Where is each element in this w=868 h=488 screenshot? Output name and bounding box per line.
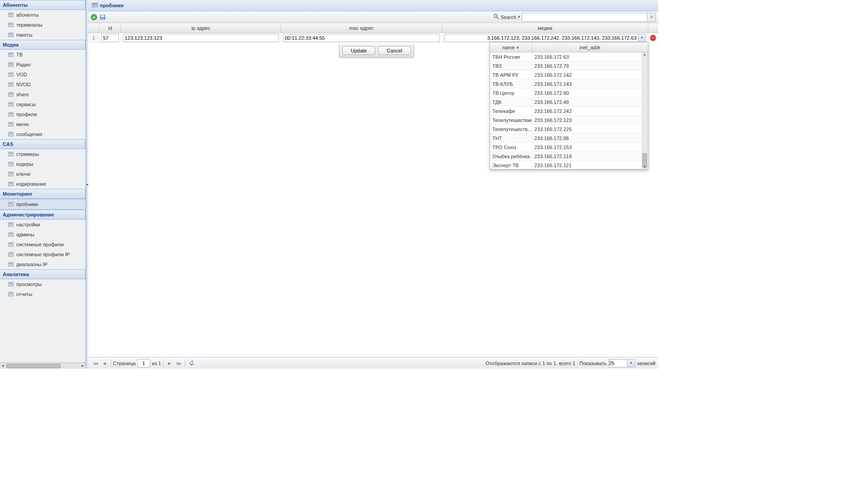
sidebar-item-label: пробники xyxy=(16,202,38,207)
sidebar-item[interactable]: профили xyxy=(0,109,85,119)
column-header-id[interactable]: id xyxy=(99,23,121,33)
dropdown-row[interactable]: Телекафе233.166.172.242 xyxy=(490,107,648,116)
section-header[interactable]: Абоненты xyxy=(0,0,85,10)
svg-rect-8 xyxy=(9,63,14,67)
dropdown-header-addr[interactable]: inet_addr xyxy=(532,42,648,52)
dropdown-row[interactable]: ТДК233.166.172.49 xyxy=(490,98,648,107)
svg-rect-44 xyxy=(9,282,14,286)
sidebar-horizontal-scrollbar[interactable]: ◄ ► xyxy=(0,362,85,369)
views-icon xyxy=(7,281,14,288)
dropdown-row[interactable]: Телепутешеств...233.166.172.225 xyxy=(490,125,648,134)
page-input[interactable] xyxy=(137,359,150,367)
display-message: Отображаются записи с 1 по 1, всего 1 xyxy=(486,361,576,366)
sidebar-item[interactable]: сообщения xyxy=(0,129,85,139)
dropdown-row[interactable]: ТВ Центр233.166.172.80 xyxy=(490,89,648,98)
column-header-ip[interactable]: ip адрес xyxy=(121,23,281,33)
sidebar-item[interactable]: меню xyxy=(0,119,85,129)
ip-input[interactable] xyxy=(123,34,279,42)
prev-page-button[interactable]: ◄ xyxy=(101,360,108,367)
media-combo-trigger[interactable]: ▼ xyxy=(638,34,646,42)
first-page-button[interactable]: ⏮ xyxy=(92,360,99,367)
sidebar-item[interactable]: кодеры xyxy=(0,159,85,169)
last-page-button[interactable]: ⏭ xyxy=(175,360,182,367)
svg-rect-49 xyxy=(93,4,97,5)
sidebar-item[interactable]: пакеты xyxy=(0,30,85,40)
dropdown-scrollbar[interactable]: ▲ ▼ xyxy=(642,52,648,169)
search-input[interactable] xyxy=(522,13,647,22)
sidebar-item[interactable]: Радио xyxy=(0,60,85,70)
search-button[interactable]: Search ▼ xyxy=(493,14,521,21)
dropdown-cell-name: ТДК xyxy=(490,98,532,106)
terminal-icon xyxy=(7,21,14,28)
clear-search-button[interactable]: ✕ xyxy=(647,13,656,22)
mac-input[interactable] xyxy=(283,34,440,42)
sidebar-item[interactable]: абоненты xyxy=(0,10,85,20)
sidebar-item[interactable]: ключи xyxy=(0,169,85,179)
section-header[interactable]: Медиа xyxy=(0,40,85,50)
dropdown-row[interactable]: Телепутешествия233.166.172.123 xyxy=(490,116,648,125)
dropdown-row[interactable]: ТРО Союз233.166.172.153 xyxy=(490,143,648,152)
sysprofile-icon xyxy=(7,241,14,248)
column-header-media[interactable]: медиа xyxy=(442,23,648,33)
delete-row-button[interactable]: – xyxy=(650,35,656,41)
sidebar-item-label: терминалы xyxy=(16,22,42,28)
sidebar-item[interactable]: админы xyxy=(0,230,85,239)
sidebar-item[interactable]: ТВ xyxy=(0,50,85,60)
wrench-icon xyxy=(7,221,14,228)
media-combo-input[interactable] xyxy=(444,34,638,42)
cancel-button[interactable]: Cancel xyxy=(378,46,410,55)
sidebar-item[interactable]: стримеры xyxy=(0,149,85,159)
sidebar-item[interactable]: кодирование xyxy=(0,179,85,189)
column-header-rownum[interactable] xyxy=(88,23,99,33)
svg-line-54 xyxy=(497,17,499,19)
dropdown-cell-name: ТРО Союз xyxy=(490,143,532,151)
page-size-input[interactable] xyxy=(609,359,627,367)
sidebar-item[interactable]: просмотры xyxy=(0,279,85,289)
svg-rect-35 xyxy=(9,223,13,224)
refresh-button[interactable] xyxy=(188,360,195,367)
dropdown-row[interactable]: ТВ-КЛУБ233.166.172.143 xyxy=(490,80,648,89)
svg-rect-0 xyxy=(9,13,14,17)
sidebar-item[interactable]: диапазоны IP xyxy=(0,259,85,269)
id-input[interactable] xyxy=(101,34,119,42)
sidebar-item[interactable]: share xyxy=(0,89,85,99)
sidebar-item[interactable]: системные профили IP xyxy=(0,249,85,259)
sidebar-item[interactable]: терминалы xyxy=(0,20,85,30)
sidebar-item[interactable]: системные профили xyxy=(0,239,85,249)
dropdown-row[interactable]: ТБН Россия233.166.172.63 xyxy=(490,52,648,61)
dropdown-row[interactable]: Улыбка ребёнка233.166.172.119 xyxy=(490,152,648,161)
svg-rect-7 xyxy=(9,53,13,54)
section-header[interactable]: Администрирование xyxy=(0,210,85,220)
next-page-button[interactable]: ► xyxy=(166,360,173,367)
svg-rect-46 xyxy=(9,292,14,296)
sidebar-item[interactable]: настройки xyxy=(0,220,85,230)
grid-body: 1 ▼ – xyxy=(88,33,658,357)
add-button[interactable]: + xyxy=(91,14,97,20)
sidebar-item[interactable]: VOD xyxy=(0,70,85,80)
update-button[interactable]: Update xyxy=(342,46,375,55)
row-number: 1 xyxy=(88,33,99,42)
svg-rect-52 xyxy=(101,18,104,19)
svg-rect-51 xyxy=(101,15,104,17)
save-button[interactable] xyxy=(99,13,107,21)
dropdown-row[interactable]: ТНТ233.166.172.86 xyxy=(490,134,648,143)
dropdown-cell-name: ТВ Центр xyxy=(490,89,532,97)
dropdown-header-name[interactable]: name ▲ xyxy=(490,42,532,52)
sidebar-item[interactable]: NVOD xyxy=(0,80,85,89)
dropdown-row[interactable]: ТВ АРМ РУ233.166.172.142 xyxy=(490,70,648,80)
sidebar-item-label: настройки xyxy=(16,222,40,227)
page-size-trigger[interactable]: ▼ xyxy=(627,359,635,367)
svg-rect-6 xyxy=(9,53,14,57)
sidebar-item[interactable]: пробники xyxy=(0,199,85,210)
sidebar-item-label: меню xyxy=(16,122,29,127)
section-header[interactable]: Мониторинг xyxy=(0,189,85,199)
sidebar-item[interactable]: сервисы xyxy=(0,99,85,109)
section-header[interactable]: CAS xyxy=(0,139,85,149)
grid-row[interactable]: 1 ▼ – xyxy=(88,33,658,43)
column-header-mac[interactable]: mac адрес xyxy=(281,23,442,33)
sidebar-item[interactable]: отчеты xyxy=(0,289,85,299)
dropdown-cell-addr: 233.166.172.63 xyxy=(532,52,648,61)
dropdown-row[interactable]: Эксперт ТВ233.166.172.121 xyxy=(490,161,648,169)
section-header[interactable]: Аналитика xyxy=(0,269,85,279)
dropdown-row[interactable]: ТВ3233.166.172.78 xyxy=(490,61,648,70)
